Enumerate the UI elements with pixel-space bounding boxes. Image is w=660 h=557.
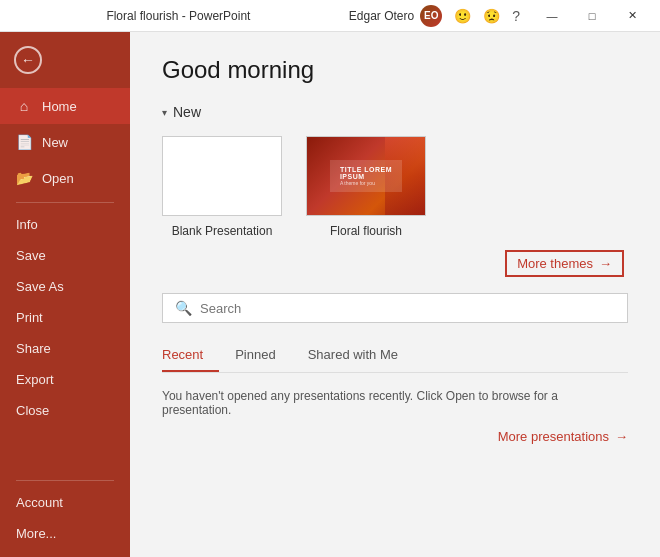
template-floral[interactable]: TITLE LOREMIPSUM A theme for you Floral … bbox=[306, 136, 426, 238]
chevron-down-icon: ▾ bbox=[162, 107, 167, 118]
template-blank[interactable]: Blank Presentation bbox=[162, 136, 282, 238]
tab-shared[interactable]: Shared with Me bbox=[292, 339, 414, 372]
back-button[interactable]: ← bbox=[8, 40, 48, 80]
sidebar-open-label: Open bbox=[42, 171, 74, 186]
sidebar-divider-1 bbox=[16, 202, 114, 203]
sidebar-item-account[interactable]: Account bbox=[0, 487, 130, 518]
search-icon: 🔍 bbox=[175, 300, 192, 316]
sidebar-more-label: More... bbox=[16, 526, 56, 541]
main-content: Good morning ▾ New Blank Presentation TI… bbox=[130, 32, 660, 557]
sidebar-item-save-as[interactable]: Save As bbox=[0, 271, 130, 302]
sidebar-item-close[interactable]: Close bbox=[0, 395, 130, 426]
sidebar-info-label: Info bbox=[16, 217, 38, 232]
open-icon: 📂 bbox=[16, 170, 32, 186]
sidebar-item-export[interactable]: Export bbox=[0, 364, 130, 395]
floral-text-block: TITLE LOREMIPSUM A theme for you bbox=[330, 160, 402, 192]
sidebar-export-label: Export bbox=[16, 372, 54, 387]
tab-pinned[interactable]: Pinned bbox=[219, 339, 291, 372]
title-bar: Floral flourish - PowerPoint Edgar Otero… bbox=[0, 0, 660, 32]
title-bar-user: Edgar Otero EO bbox=[349, 5, 442, 27]
emoji-sad-icon[interactable]: 😟 bbox=[479, 8, 504, 24]
more-themes-label: More themes bbox=[517, 256, 593, 271]
sidebar-item-more[interactable]: More... bbox=[0, 518, 130, 549]
greeting-heading: Good morning bbox=[162, 56, 628, 84]
sidebar-share-label: Share bbox=[16, 341, 51, 356]
avatar: EO bbox=[420, 5, 442, 27]
sidebar-print-label: Print bbox=[16, 310, 43, 325]
title-bar-icons: 🙂 😟 ? bbox=[450, 8, 524, 24]
sidebar-saveas-label: Save As bbox=[16, 279, 64, 294]
username-label: Edgar Otero bbox=[349, 9, 414, 23]
more-themes-row: More themes → bbox=[162, 250, 628, 277]
home-icon: ⌂ bbox=[16, 98, 32, 114]
sidebar-bottom: Account More... bbox=[0, 474, 130, 557]
more-themes-button[interactable]: More themes → bbox=[505, 250, 624, 277]
sidebar-save-label: Save bbox=[16, 248, 46, 263]
sidebar-close-label: Close bbox=[16, 403, 49, 418]
sidebar-home-label: Home bbox=[42, 99, 77, 114]
emoji-smile-icon[interactable]: 🙂 bbox=[450, 8, 475, 24]
sidebar-item-print[interactable]: Print bbox=[0, 302, 130, 333]
maximize-button[interactable]: □ bbox=[572, 0, 612, 32]
floral-thumb: TITLE LOREMIPSUM A theme for you bbox=[306, 136, 426, 216]
new-section-header: ▾ New bbox=[162, 104, 628, 120]
sidebar-account-label: Account bbox=[16, 495, 63, 510]
blank-thumb bbox=[162, 136, 282, 216]
sidebar-item-info[interactable]: Info bbox=[0, 209, 130, 240]
sidebar-new-label: New bbox=[42, 135, 68, 150]
search-bar: 🔍 bbox=[162, 293, 628, 323]
sidebar-divider-2 bbox=[16, 480, 114, 481]
close-button[interactable]: ✕ bbox=[612, 0, 652, 32]
window-controls: — □ ✕ bbox=[532, 0, 652, 32]
back-circle-icon: ← bbox=[14, 46, 42, 74]
tabs-row: Recent Pinned Shared with Me bbox=[162, 339, 628, 373]
sidebar-item-save[interactable]: Save bbox=[0, 240, 130, 271]
sidebar-item-share[interactable]: Share bbox=[0, 333, 130, 364]
sidebar-nav: ⌂ Home 📄 New 📂 Open Info Save Save As bbox=[0, 88, 130, 474]
floral-label: Floral flourish bbox=[330, 224, 402, 238]
empty-message: You haven't opened any presentations rec… bbox=[162, 389, 628, 417]
more-presentations-label: More presentations bbox=[498, 429, 609, 444]
templates-row: Blank Presentation TITLE LOREMIPSUM A th… bbox=[162, 136, 628, 238]
title-bar-title: Floral flourish - PowerPoint bbox=[8, 9, 349, 23]
minimize-button[interactable]: — bbox=[532, 0, 572, 32]
tab-recent[interactable]: Recent bbox=[162, 339, 219, 372]
sidebar-item-home[interactable]: ⌂ Home bbox=[0, 88, 130, 124]
more-themes-arrow-icon: → bbox=[599, 256, 612, 271]
more-presentations-button[interactable]: More presentations → bbox=[162, 429, 628, 444]
blank-label: Blank Presentation bbox=[172, 224, 273, 238]
more-presentations-arrow-icon: → bbox=[615, 429, 628, 444]
sidebar: ← ⌂ Home 📄 New 📂 Open Info Save bbox=[0, 32, 130, 557]
new-section-label: New bbox=[173, 104, 201, 120]
help-icon[interactable]: ? bbox=[508, 8, 524, 24]
search-input[interactable] bbox=[200, 301, 615, 316]
sidebar-item-new[interactable]: 📄 New bbox=[0, 124, 130, 160]
floral-inner: TITLE LOREMIPSUM A theme for you bbox=[307, 137, 425, 215]
new-icon: 📄 bbox=[16, 134, 32, 150]
sidebar-item-open[interactable]: 📂 Open bbox=[0, 160, 130, 196]
app-body: ← ⌂ Home 📄 New 📂 Open Info Save bbox=[0, 32, 660, 557]
